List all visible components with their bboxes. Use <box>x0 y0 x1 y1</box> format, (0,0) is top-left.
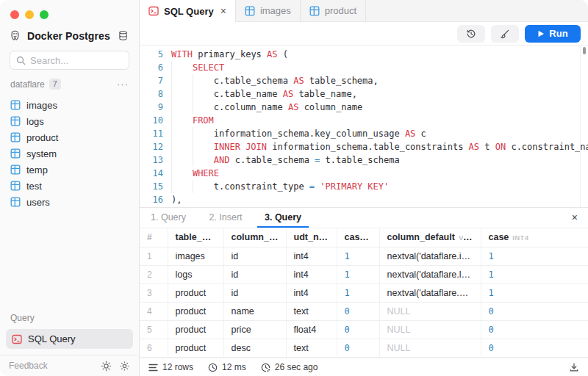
token: AS <box>283 89 293 99</box>
history-clock-icon <box>466 29 476 39</box>
table-icon-slot <box>309 6 320 16</box>
tab-product[interactable]: product <box>301 0 366 21</box>
table-row[interactable]: 4productnametext0NULL0 <box>140 303 588 321</box>
schema-name: dataflare <box>10 79 45 90</box>
line-number: 13 <box>140 153 163 167</box>
download-icon[interactable] <box>569 362 579 372</box>
token: t.table_schema <box>320 155 399 165</box>
cell[interactable]: NULL <box>379 321 481 339</box>
code-line: 16), <box>140 193 588 206</box>
zoom-window-button[interactable] <box>40 10 49 19</box>
cell[interactable]: nextval('dataflare.logs_id_seq'... <box>379 266 481 284</box>
column-header-column_default[interactable]: column_defaultVARCHAR <box>379 228 481 247</box>
column-header-table_name[interactable]: table_name... <box>168 228 223 247</box>
cell[interactable]: id <box>223 266 286 284</box>
close-window-button[interactable] <box>10 10 19 19</box>
cell[interactable]: 0 <box>481 321 588 339</box>
search-box[interactable] <box>10 51 129 70</box>
cell[interactable]: float4 <box>286 321 337 339</box>
run-button[interactable]: Run <box>525 25 581 43</box>
results-tab-3-query[interactable]: 3. Query <box>254 208 312 228</box>
column-name: # <box>147 232 152 242</box>
sidebar-table-users[interactable]: users <box>6 194 133 210</box>
table-row[interactable]: 3productidint41nextval('dataflare.produc… <box>140 284 588 303</box>
cell[interactable]: images <box>168 247 223 266</box>
search-input[interactable] <box>30 55 123 66</box>
cell[interactable]: id <box>223 247 286 266</box>
theme-sun-icon[interactable] <box>101 361 112 372</box>
cell[interactable]: 1 <box>481 247 588 266</box>
table-row[interactable]: 1imagesidint41nextval('dataflare.images_… <box>140 247 588 266</box>
cell[interactable]: nextval('dataflare.product_id_... <box>379 284 481 303</box>
sql-editor[interactable]: 5WITH primary_keys AS (6 SELECT7 c.table… <box>140 46 588 207</box>
tab-images[interactable]: images <box>236 0 301 21</box>
results-status-bar: 12 rows 12 ms 26 sec ago <box>140 358 588 376</box>
token: AND <box>214 155 230 165</box>
cell[interactable]: NULL <box>379 303 481 321</box>
cell[interactable]: product <box>168 303 223 321</box>
column-header-column_name[interactable]: column_name... <box>223 228 286 247</box>
cell[interactable]: 0 <box>337 303 379 321</box>
settings-gear-icon[interactable] <box>119 361 130 372</box>
schema-more-icon[interactable]: ··· <box>117 79 129 90</box>
cell[interactable]: product <box>168 284 223 303</box>
column-name: table_name <box>176 232 224 242</box>
table-row[interactable]: 2logsidint41nextval('dataflare.logs_id_s… <box>140 266 588 284</box>
sidebar-table-images[interactable]: images <box>6 97 133 113</box>
sidebar-table-system[interactable]: system <box>6 145 133 162</box>
token: AS <box>293 76 304 86</box>
results-close-icon[interactable]: × <box>562 208 588 228</box>
cell[interactable]: 1 <box>337 247 379 266</box>
history-button[interactable] <box>457 25 485 43</box>
tab-sql-query[interactable]: SQL Query × <box>140 0 236 22</box>
table-icon <box>10 116 21 126</box>
cell[interactable]: 0 <box>337 339 379 358</box>
cell[interactable]: 1 <box>481 284 588 303</box>
sidebar-table-product[interactable]: product <box>6 129 133 145</box>
token: SELECT <box>193 62 224 73</box>
cell[interactable]: int4 <box>286 284 337 303</box>
column-header-rownum[interactable]: # <box>140 228 168 247</box>
cell[interactable]: NULL <box>379 339 481 358</box>
sidebar-table-temp[interactable]: temp <box>6 162 133 178</box>
cell[interactable]: text <box>286 303 337 321</box>
cell[interactable]: 0 <box>481 303 588 321</box>
cell[interactable]: 1 <box>481 266 588 284</box>
database-icon[interactable] <box>118 30 129 41</box>
cell[interactable]: int4 <box>286 266 337 284</box>
minimize-window-button[interactable] <box>25 10 34 19</box>
table-row[interactable]: 6productdesctext0NULL0 <box>140 339 588 358</box>
cell[interactable]: logs <box>168 266 223 284</box>
results-tab-2-insert[interactable]: 2. Insert <box>197 208 254 228</box>
cell[interactable]: name <box>223 303 286 321</box>
cell[interactable]: product <box>168 339 223 358</box>
duration-text: 12 ms <box>222 362 246 372</box>
column-header-udt_name[interactable]: udt_name... <box>286 228 337 247</box>
format-button[interactable] <box>491 25 519 43</box>
cell[interactable]: 0 <box>481 339 588 358</box>
cell[interactable]: text <box>286 339 337 358</box>
cell[interactable]: 1 <box>337 266 379 284</box>
results-tab-1-query[interactable]: 1. Query <box>140 208 197 228</box>
sidebar-table-logs[interactable]: logs <box>6 113 133 129</box>
app-window: Docker Postgres dataflare 7 ··· imageslo… <box>0 0 588 376</box>
close-icon[interactable]: × <box>220 5 226 17</box>
cell[interactable]: product <box>168 321 223 339</box>
row-count-text: 12 rows <box>162 362 193 372</box>
table-row[interactable]: 5productpricefloat40NULL0 <box>140 321 588 339</box>
sidebar-table-test[interactable]: test <box>6 178 133 194</box>
cell[interactable]: id <box>223 284 286 303</box>
cell[interactable]: desc <box>223 339 286 358</box>
cell[interactable]: int4 <box>286 247 337 266</box>
cell[interactable]: 0 <box>337 321 379 339</box>
cell[interactable]: price <box>223 321 286 339</box>
feedback-link[interactable]: Feedback <box>9 361 93 371</box>
column-header-case[interactable]: caseINT4 <box>337 228 379 247</box>
sidebar-item-sql-query[interactable]: SQL Query <box>6 329 133 349</box>
token: table_schema, <box>304 76 379 86</box>
cell[interactable]: nextval('dataflare.images_id_s... <box>379 247 481 266</box>
token: = <box>309 181 315 192</box>
editor-scrollbar-thumb[interactable] <box>583 47 586 54</box>
column-header-case[interactable]: caseINT4 <box>481 228 588 247</box>
cell[interactable]: 1 <box>337 284 379 303</box>
